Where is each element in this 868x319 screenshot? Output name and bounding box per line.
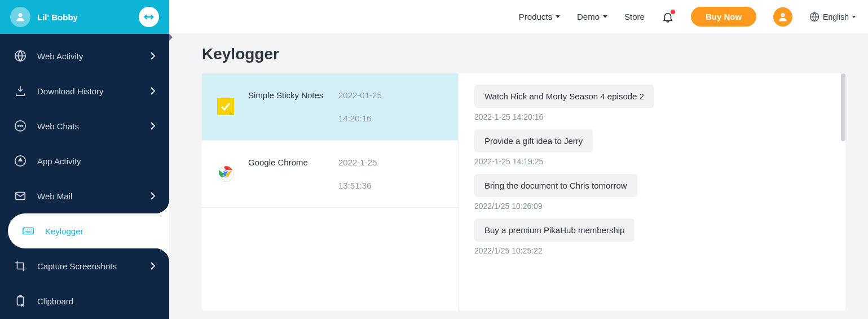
- chevron-right-icon: [150, 192, 156, 200]
- log-entry: Provide a gift idea to Jerry 2022-1-25 1…: [474, 129, 830, 166]
- clipboard-icon: [14, 294, 27, 308]
- chevron-right-icon: [150, 122, 156, 130]
- chevron-down-icon: [556, 15, 560, 18]
- notification-dot: [671, 10, 675, 14]
- content: Keylogger Simple Sticky Notes 2022-01-25…: [169, 34, 868, 319]
- log-entry: Bring the document to Chris tomorrow 202…: [474, 174, 830, 211]
- nav-products[interactable]: Products: [519, 12, 560, 21]
- profile-avatar[interactable]: [10, 7, 30, 27]
- app-date: 2022-1-25: [338, 158, 377, 167]
- sidebar-item-web-chats[interactable]: Web Chats: [0, 108, 169, 143]
- caret-down-icon: [852, 16, 856, 18]
- user-icon: [15, 11, 26, 23]
- sidebar-item-web-activity[interactable]: Web Activity: [0, 38, 169, 73]
- language-selector[interactable]: English: [809, 12, 856, 22]
- app-times: 2022-01-25 14:20:16: [338, 90, 382, 123]
- app-time: 14:20:16: [338, 113, 382, 123]
- app-date: 2022-01-25: [338, 90, 382, 100]
- svg-rect-9: [17, 297, 24, 305]
- swap-icon: [143, 11, 155, 23]
- svg-point-0: [19, 13, 23, 17]
- chrome-icon: [214, 163, 237, 185]
- app-times: 2022-1-25 13:51:36: [338, 158, 377, 190]
- globe-icon: [14, 49, 27, 63]
- svg-rect-8: [23, 228, 33, 234]
- chevron-down-icon: [603, 15, 607, 18]
- sticky-notes-icon: [214, 95, 237, 118]
- sidebar-item-label: Clipboard: [37, 296, 156, 306]
- sidebar-item-label: Capture Screenshots: [37, 261, 140, 271]
- sidebar-item-label: Web Mail: [37, 191, 140, 201]
- keyboard-icon: [21, 224, 35, 238]
- sidebar-item-web-mail[interactable]: Web Mail: [0, 178, 169, 213]
- sidebar-item-capture-screenshots[interactable]: Capture Screenshots: [0, 248, 169, 283]
- log-timestamp: 2022/1/25 10:25:22: [474, 246, 830, 255]
- sidebar-header: Lil' Bobby: [0, 0, 169, 34]
- nav-products-label: Products: [519, 12, 552, 21]
- crop-icon: [14, 259, 27, 273]
- log-timestamp: 2022/1/25 10:26:09: [474, 202, 830, 211]
- log-entry: Watch Rick and Morty Season 4 episode 2 …: [474, 85, 830, 121]
- log-text: Provide a gift idea to Jerry: [474, 129, 593, 152]
- buy-now-button[interactable]: Buy Now: [691, 7, 756, 27]
- profile-name: Lil' Bobby: [37, 12, 132, 22]
- sidebar-item-label: Web Chats: [37, 121, 140, 131]
- nav-demo[interactable]: Demo: [577, 12, 607, 21]
- main-area: Products Demo Store Buy Now English Keyl…: [169, 0, 868, 319]
- log-text: Watch Rick and Morty Season 4 episode 2: [474, 85, 654, 108]
- page-title: Keylogger: [202, 45, 845, 63]
- sidebar-item-label: Web Activity: [37, 51, 140, 61]
- sidebar-collapse-handle[interactable]: [169, 34, 173, 41]
- sidebar-item-keylogger[interactable]: Keylogger: [8, 213, 169, 248]
- nav-store-label: Store: [624, 12, 645, 21]
- sidebar-item-download-history[interactable]: Download History: [0, 73, 169, 108]
- notifications-button[interactable]: [662, 11, 674, 23]
- log-text: Bring the document to Chris tomorrow: [474, 174, 637, 197]
- log-text: Buy a premium PikaHub membership: [474, 219, 635, 242]
- app-meta: Simple Sticky Notes 2022-01-25 14:20:16: [248, 90, 446, 123]
- log-list: Watch Rick and Morty Season 4 episode 2 …: [459, 73, 845, 311]
- user-icon: [777, 11, 788, 23]
- log-timestamp: 2022-1-25 14:20:16: [474, 112, 830, 121]
- nav-store[interactable]: Store: [624, 12, 645, 21]
- sidebar-nav: Web Activity Download History Web Chats …: [0, 34, 169, 318]
- chevron-right-icon: [150, 262, 156, 270]
- app-row[interactable]: Simple Sticky Notes 2022-01-25 14:20:16: [202, 73, 458, 141]
- sidebar: Lil' Bobby Web Activity Download History…: [0, 0, 169, 319]
- language-label: English: [823, 12, 849, 21]
- chat-icon: [14, 119, 27, 133]
- app-name: Simple Sticky Notes: [248, 90, 338, 123]
- mail-icon: [14, 189, 27, 203]
- log-entry: Buy a premium PikaHub membership 2022/1/…: [474, 219, 830, 255]
- chevron-right-icon: [150, 52, 156, 60]
- svg-point-4: [20, 125, 21, 126]
- app-meta: Google Chrome 2022-1-25 13:51:36: [248, 158, 446, 190]
- sidebar-item-clipboard[interactable]: Clipboard: [0, 283, 169, 318]
- nav-demo-label: Demo: [577, 12, 600, 21]
- topbar: Products Demo Store Buy Now English: [169, 0, 868, 34]
- sidebar-item-label: Keylogger: [45, 226, 156, 236]
- svg-point-10: [781, 13, 785, 17]
- sidebar-item-app-activity[interactable]: App Activity: [0, 143, 169, 178]
- app-icon: [14, 154, 27, 168]
- sidebar-item-label: App Activity: [37, 156, 156, 166]
- log-timestamp: 2022-1-25 14:19:25: [474, 157, 830, 166]
- keylogger-panel: Simple Sticky Notes 2022-01-25 14:20:16 …: [202, 73, 845, 311]
- app-name: Google Chrome: [248, 158, 338, 190]
- app-list: Simple Sticky Notes 2022-01-25 14:20:16 …: [202, 73, 459, 311]
- scrollbar[interactable]: [841, 73, 845, 141]
- download-icon: [14, 84, 27, 98]
- account-avatar-button[interactable]: [773, 7, 792, 27]
- svg-point-3: [17, 125, 19, 126]
- app-row[interactable]: Google Chrome 2022-1-25 13:51:36: [202, 141, 458, 208]
- svg-point-5: [22, 125, 23, 126]
- switch-profile-button[interactable]: [139, 7, 159, 27]
- globe-icon: [809, 12, 819, 22]
- sidebar-item-label: Download History: [37, 86, 140, 96]
- app-time: 13:51:36: [338, 181, 377, 190]
- chevron-right-icon: [150, 87, 156, 95]
